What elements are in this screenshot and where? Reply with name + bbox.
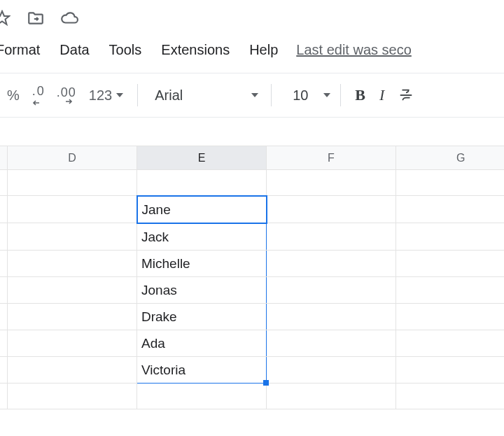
column-header-G[interactable]: G xyxy=(396,146,505,170)
chevron-down-icon xyxy=(251,93,258,97)
cell[interactable] xyxy=(0,250,8,276)
spreadsheet-grid[interactable]: C D E F G Jane xyxy=(0,146,504,409)
cell-E8[interactable]: Victoria xyxy=(137,356,267,383)
chevron-down-icon xyxy=(323,93,330,97)
cell[interactable] xyxy=(8,170,137,196)
column-header-E[interactable]: E xyxy=(137,146,267,170)
move-to-folder-icon[interactable] xyxy=(27,9,45,27)
cell-value: Michelle xyxy=(137,251,266,276)
cell[interactable] xyxy=(396,223,505,251)
toolbar-separator xyxy=(137,84,138,106)
cell-E7[interactable]: Ada xyxy=(137,330,267,356)
cell[interactable] xyxy=(137,170,267,196)
menu-data[interactable]: Data xyxy=(50,38,99,62)
format-percent-button[interactable]: % xyxy=(0,81,27,109)
grid-row: Ada xyxy=(0,330,504,356)
increase-decimal-label: .00 xyxy=(57,86,76,99)
cell[interactable] xyxy=(267,330,396,356)
cell[interactable] xyxy=(396,303,505,330)
cell[interactable] xyxy=(267,303,396,330)
cell-value: Victoria xyxy=(137,357,266,383)
cell[interactable] xyxy=(8,196,137,223)
cell[interactable] xyxy=(0,383,8,409)
cell[interactable] xyxy=(8,330,137,356)
cell[interactable] xyxy=(396,250,505,276)
menu-format[interactable]: Format xyxy=(0,38,50,62)
cell[interactable] xyxy=(0,303,8,330)
decrease-decimal-button[interactable]: .0 xyxy=(27,81,51,109)
font-family-dropdown[interactable]: Arial xyxy=(145,87,264,104)
strikethrough-button[interactable] xyxy=(391,81,421,109)
grid-row xyxy=(0,383,504,409)
cloud-saved-icon[interactable] xyxy=(60,9,78,27)
column-header-D[interactable]: D xyxy=(8,146,137,170)
cell-value: Jack xyxy=(137,224,266,250)
increase-decimal-button[interactable]: .00 xyxy=(51,81,82,109)
last-edit-link[interactable]: Last edit was seco xyxy=(296,42,412,58)
cell[interactable] xyxy=(267,356,396,383)
cell-value: Jonas xyxy=(137,277,266,303)
column-header-C[interactable]: C xyxy=(0,146,8,170)
chevron-down-icon xyxy=(116,93,123,97)
menu-extensions[interactable]: Extensions xyxy=(151,38,239,62)
menu-tools[interactable]: Tools xyxy=(99,38,152,62)
grid-row: Jane xyxy=(0,196,504,223)
toolbar-separator xyxy=(271,84,272,106)
cell-E5[interactable]: Jonas xyxy=(137,276,267,303)
cell[interactable] xyxy=(0,196,8,223)
cell[interactable] xyxy=(8,250,137,276)
cell[interactable] xyxy=(396,383,505,409)
toolbar-separator xyxy=(340,84,341,106)
grid-row: Drake xyxy=(0,303,504,330)
grid-table[interactable]: C D E F G Jane xyxy=(0,146,504,409)
cell[interactable] xyxy=(267,250,396,276)
cell[interactable] xyxy=(0,223,8,251)
font-size-dropdown[interactable]: 10 xyxy=(279,87,333,104)
fill-handle[interactable] xyxy=(263,380,269,386)
cell[interactable] xyxy=(8,303,137,330)
cell[interactable] xyxy=(396,330,505,356)
cell[interactable] xyxy=(396,276,505,303)
cell[interactable] xyxy=(267,383,396,409)
cell[interactable] xyxy=(8,356,137,383)
font-size-label: 10 xyxy=(293,87,308,104)
menubar: Format Data Tools Extensions Help Last e… xyxy=(0,36,504,63)
cell[interactable] xyxy=(8,276,137,303)
cell[interactable] xyxy=(8,223,137,251)
cell[interactable] xyxy=(267,223,396,251)
cell[interactable] xyxy=(8,383,137,409)
bold-button[interactable]: B xyxy=(348,81,372,109)
grid-row: Jonas xyxy=(0,276,504,303)
cell-E3[interactable]: Jack xyxy=(137,223,267,251)
grid-row: Michelle xyxy=(0,250,504,276)
cell[interactable] xyxy=(0,276,8,303)
cell[interactable] xyxy=(137,383,267,409)
cell-E6[interactable]: Drake xyxy=(137,303,267,330)
cell[interactable] xyxy=(0,330,8,356)
grid-row: Victoria xyxy=(0,356,504,383)
star-icon[interactable] xyxy=(0,9,11,27)
cell[interactable] xyxy=(267,276,396,303)
cell-E4[interactable]: Michelle xyxy=(137,250,267,276)
cell[interactable] xyxy=(267,196,396,223)
cell[interactable] xyxy=(267,170,396,196)
menu-help[interactable]: Help xyxy=(239,38,288,62)
cell[interactable] xyxy=(396,356,505,383)
svg-marker-0 xyxy=(0,11,9,24)
cell[interactable] xyxy=(0,356,8,383)
cell[interactable] xyxy=(396,196,505,223)
grid-row: Jack xyxy=(0,223,504,251)
number-format-label: 123 xyxy=(89,87,112,104)
column-header-row: C D E F G xyxy=(0,146,504,170)
toolbar: % .0 .00 123 Arial 10 B I xyxy=(0,73,504,118)
number-format-dropdown[interactable]: 123 xyxy=(82,81,130,109)
cell-E2[interactable]: Jane xyxy=(137,196,267,223)
cell-value: Drake xyxy=(137,304,266,330)
cell[interactable] xyxy=(0,170,8,196)
cell[interactable] xyxy=(396,170,505,196)
column-header-F[interactable]: F xyxy=(267,146,396,170)
italic-button[interactable]: I xyxy=(372,81,391,109)
cell-value: Jane xyxy=(138,197,266,223)
grid-row xyxy=(0,170,504,196)
titlebar xyxy=(0,0,504,36)
